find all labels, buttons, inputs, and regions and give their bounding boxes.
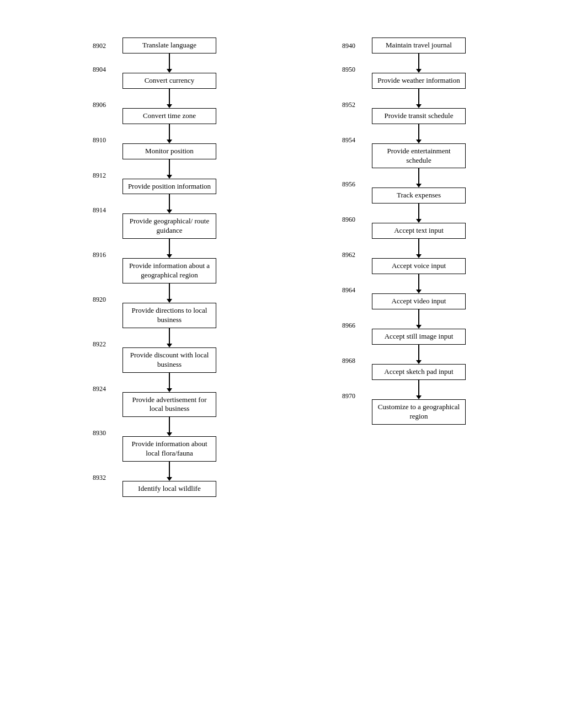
flow-node: 8922Provide discount with local business (86, 336, 230, 381)
node-id-label: 8968 (335, 352, 359, 365)
process-box: Convert time zone (122, 108, 216, 124)
process-box: Accept sketch pad input (372, 364, 466, 380)
flow-node: 8910Monitor position (86, 132, 230, 167)
process-box: Provide advertisement for local business (122, 392, 216, 417)
flow-node: 8960Accept text input (335, 211, 479, 247)
process-box: Accept text input (372, 223, 466, 239)
flow-node: 8970Customize to a geographical region (335, 388, 479, 425)
process-box: Provide position information (122, 179, 216, 195)
flow-node: 8964Accept video input (335, 282, 479, 317)
node-id-label: 8952 (335, 97, 359, 109)
left-column: 8902Translate language8904Convert curren… (86, 32, 230, 497)
process-box: Accept voice input (372, 258, 466, 274)
flow-node: 8968Accept sketch pad input (335, 352, 479, 388)
flow-node: 8956Track expenses (335, 176, 479, 211)
node-id-label: 8966 (335, 317, 359, 330)
flow-node: 8914Provide geographical/ route guidance (86, 202, 230, 247)
process-box: Provide geographical/ route guidance (122, 213, 216, 239)
process-box: Monitor position (122, 143, 216, 159)
process-box: Identify local wildlife (122, 481, 216, 497)
flow-node: 8954Provide entertainment schedule (335, 132, 479, 176)
flow-node: 8932Identify local wildlife (86, 469, 230, 497)
node-id-label: 8924 (86, 381, 109, 393)
node-id-label: 8922 (86, 336, 109, 349)
process-box: Provide information about a geographical… (122, 258, 216, 283)
flow-node: 8940Maintain travel journal (335, 38, 479, 61)
node-id-label: 8920 (86, 291, 109, 304)
page-header (0, 0, 565, 15)
node-id-label: 8954 (335, 132, 359, 144)
node-id-label: 8930 (86, 425, 109, 437)
flow-node: 8904Convert currency (86, 61, 230, 97)
process-box: Provide directions to local business (122, 303, 216, 328)
flow-node: 8912Provide position information (86, 167, 230, 202)
process-box: Maintain travel journal (372, 38, 466, 53)
process-box: Accept still image input (372, 329, 466, 345)
node-id-label: 8960 (335, 211, 359, 224)
flow-node: 8916Provide information about a geograph… (86, 247, 230, 291)
flow-node: 8902Translate language (86, 38, 230, 61)
right-flow: 8940Maintain travel journal8950Provide w… (335, 38, 479, 425)
flow-node: 8966Accept still image input (335, 317, 479, 352)
node-id-label: 8970 (335, 388, 359, 400)
node-id-label: 8904 (86, 61, 109, 74)
node-id-label: 8910 (86, 132, 109, 144)
node-id-label: 8916 (86, 247, 109, 259)
node-id-label: 8962 (335, 247, 359, 259)
process-box: Translate language (122, 38, 216, 53)
process-box: Track expenses (372, 188, 466, 204)
node-id-label: 8956 (335, 176, 359, 189)
flow-node: 8920Provide directions to local business (86, 291, 230, 336)
left-flow: 8902Translate language8904Convert curren… (86, 38, 230, 497)
node-id-label: 8902 (86, 38, 109, 50)
process-box: Provide discount with local business (122, 347, 216, 373)
node-id-label: 8914 (86, 202, 109, 215)
process-box: Provide information about local flora/fa… (122, 436, 216, 462)
flow-node: 8950Provide weather information (335, 61, 479, 97)
diagram-container: 8902Translate language8904Convert curren… (0, 26, 565, 502)
flow-node: 8952Provide transit schedule (335, 97, 479, 132)
node-id-label: 8932 (86, 469, 109, 482)
process-box: Provide weather information (372, 73, 466, 89)
process-box: Provide entertainment schedule (372, 143, 466, 169)
node-id-label: 8906 (86, 97, 109, 109)
flow-node: 8930Provide information about local flor… (86, 425, 230, 469)
process-box: Provide transit schedule (372, 108, 466, 124)
flow-node: 8924Provide advertisement for local busi… (86, 381, 230, 425)
node-id-label: 8940 (335, 38, 359, 50)
flow-node: 8906Convert time zone (86, 97, 230, 132)
flow-node: 8962Accept voice input (335, 247, 479, 282)
process-box: Accept video input (372, 293, 466, 309)
right-column: 8940Maintain travel journal8950Provide w… (335, 32, 479, 497)
process-box: Convert currency (122, 73, 216, 89)
node-id-label: 8964 (335, 282, 359, 295)
node-id-label: 8912 (86, 167, 109, 180)
node-id-label: 8950 (335, 61, 359, 74)
process-box: Customize to a geographical region (372, 399, 466, 425)
